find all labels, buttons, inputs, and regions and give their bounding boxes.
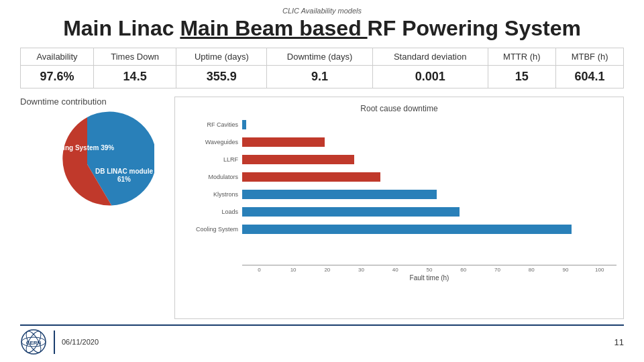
pie-chart-container: RF Powering System 39% DB LINAC module 6… bbox=[20, 111, 154, 218]
col-header-downtime: Downtime (days) bbox=[267, 48, 372, 66]
val-downtime: 9.1 bbox=[267, 66, 372, 88]
bar-fill-blue bbox=[242, 190, 437, 199]
bar-fill-red bbox=[242, 137, 325, 147]
x-tick: 20 bbox=[310, 267, 344, 273]
bar-fill-red bbox=[242, 155, 354, 164]
bar-row: RF Cavities bbox=[182, 117, 616, 132]
bar-area bbox=[242, 190, 616, 199]
footer-page: 11 bbox=[614, 337, 624, 347]
main-title: Main Linac Main Beam based RF Powering S… bbox=[20, 16, 624, 41]
bar-row: Loads bbox=[182, 204, 616, 219]
downtime-label: Downtime contribution bbox=[20, 97, 168, 107]
val-times-down: 14.5 bbox=[94, 66, 176, 88]
bar-label: Waveguides bbox=[182, 139, 242, 145]
title-part1: Main Linac bbox=[63, 16, 180, 40]
x-axis-ticks: 0102030405060708090100 bbox=[242, 267, 616, 273]
col-header-uptime: Uptime (days) bbox=[176, 48, 267, 66]
x-tick: 80 bbox=[515, 267, 549, 273]
bar-row: LLRF bbox=[182, 152, 616, 167]
bar-row: Cooling System bbox=[182, 222, 616, 237]
bar-fill-blue bbox=[242, 207, 460, 217]
bar-area bbox=[242, 225, 616, 234]
title-part3: RF Powering System bbox=[368, 16, 581, 40]
x-tick: 100 bbox=[582, 267, 616, 273]
col-header-availability: Availability bbox=[21, 48, 94, 66]
bar-label: Cooling System bbox=[182, 226, 242, 233]
col-header-mtbf: MTBF (h) bbox=[556, 48, 624, 66]
bar-fill-red bbox=[242, 172, 380, 182]
bar-area bbox=[242, 120, 616, 129]
x-tick: 10 bbox=[276, 267, 311, 273]
bar-fill-blue bbox=[242, 120, 246, 129]
bar-area bbox=[242, 172, 616, 182]
x-tick: 40 bbox=[378, 267, 413, 273]
col-header-mttr: MTTR (h) bbox=[488, 48, 556, 66]
bar-row: Waveguides bbox=[182, 135, 616, 149]
val-availability: 97.6% bbox=[21, 66, 94, 88]
pie-label-rf: RF Powering System 39% bbox=[32, 144, 114, 152]
bar-row: Modulators bbox=[182, 170, 616, 184]
x-axis-label: Fault time (h) bbox=[242, 274, 616, 282]
x-tick: 70 bbox=[480, 267, 515, 273]
x-tick: 30 bbox=[344, 267, 378, 273]
bar-fill-blue bbox=[242, 225, 572, 234]
chart-box: Root cause downtime RF CavitiesWaveguide… bbox=[174, 97, 624, 319]
val-mttr: 15 bbox=[488, 66, 556, 88]
cern-logo: CERN bbox=[20, 328, 47, 355]
val-std-dev: 0.001 bbox=[372, 66, 488, 88]
footer-date: 06/11/2020 bbox=[62, 338, 99, 346]
val-mtbf: 604.1 bbox=[556, 66, 624, 88]
x-tick: 50 bbox=[413, 267, 447, 273]
title-part2: Main Beam based bbox=[180, 16, 367, 40]
x-tick: 60 bbox=[446, 267, 480, 273]
bar-area bbox=[242, 207, 616, 217]
pie-label-db: DB LINAC module 61% bbox=[94, 168, 154, 184]
right-panel: Root cause downtime RF CavitiesWaveguide… bbox=[174, 97, 624, 319]
bar-area bbox=[242, 137, 616, 147]
x-tick: 90 bbox=[549, 267, 583, 273]
footer-divider bbox=[54, 330, 55, 354]
bar-label: Modulators bbox=[182, 174, 242, 180]
chart-title: Root cause downtime bbox=[182, 104, 616, 113]
x-tick: 0 bbox=[242, 267, 276, 273]
bar-area bbox=[242, 155, 616, 164]
stats-table: Availability Times Down Uptime (days) Do… bbox=[20, 48, 624, 88]
val-uptime: 355.9 bbox=[176, 66, 267, 88]
footer: CERN 06/11/2020 11 bbox=[20, 324, 624, 355]
bar-label: Loads bbox=[182, 208, 242, 215]
pie-svg bbox=[20, 111, 154, 218]
bar-chart: RF CavitiesWaveguidesLLRFModulatorsKlyst… bbox=[182, 117, 616, 265]
content-row: Downtime contribution RF Powering System… bbox=[20, 97, 624, 319]
footer-left: CERN 06/11/2020 bbox=[20, 328, 99, 355]
subtitle: CLIC Availability models bbox=[20, 7, 624, 15]
col-header-times-down: Times Down bbox=[94, 48, 176, 66]
bar-label: LLRF bbox=[182, 156, 242, 163]
bar-label: Klystrons bbox=[182, 191, 242, 198]
x-axis-line bbox=[242, 265, 616, 265]
bar-row: Klystrons bbox=[182, 187, 616, 202]
svg-text:CERN: CERN bbox=[26, 340, 42, 346]
col-header-std-dev: Standard deviation bbox=[372, 48, 488, 66]
page: CLIC Availability models Main Linac Main… bbox=[0, 0, 644, 362]
bar-label: RF Cavities bbox=[182, 121, 242, 128]
left-panel: Downtime contribution RF Powering System… bbox=[20, 97, 168, 319]
